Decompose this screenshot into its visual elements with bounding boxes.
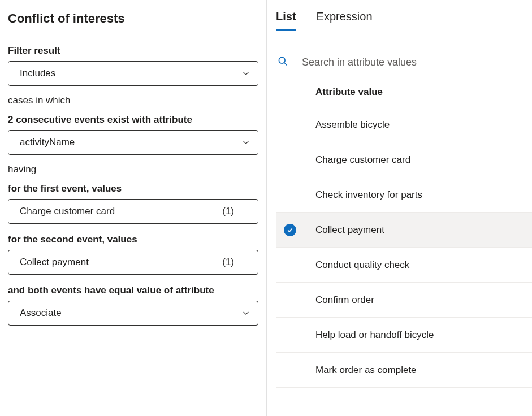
attribute-value-label: Assemble bicycle	[315, 119, 390, 131]
tabs: List Expression	[276, 10, 532, 31]
attribute-value-row[interactable]: Confirm order	[276, 283, 532, 318]
attribute-value-label: Conduct quality check	[315, 259, 409, 271]
second-event-select[interactable]: Collect payment (1)	[8, 250, 258, 275]
attribute-value-row[interactable]: Mark order as complete	[276, 353, 532, 388]
attribute-value-header: Attribute value	[276, 75, 532, 107]
attribute-value-row[interactable]: Collect payment	[276, 213, 532, 248]
chevron-down-icon	[242, 70, 250, 77]
search-row	[276, 52, 520, 75]
chevron-down-icon	[242, 138, 250, 146]
attribute-value-label: Collect payment	[315, 224, 384, 236]
page-title: Conflict of interests	[8, 11, 258, 26]
first-event-label: for the first event, values	[8, 183, 258, 194]
attribute-value-label: Help load or handoff bicycle	[315, 330, 434, 341]
search-icon	[277, 55, 288, 69]
tab-expression[interactable]: Expression	[317, 10, 373, 31]
attribute-value-label: Charge customer card	[315, 154, 410, 166]
cases-label: cases in which	[8, 95, 258, 106]
attribute-value-label: Mark order as complete	[315, 365, 417, 376]
equal-attr-label: and both events have equal value of attr…	[8, 285, 258, 296]
attribute-value-row[interactable]: Conduct quality check	[276, 248, 532, 283]
svg-line-1	[284, 63, 287, 66]
attribute-value-row[interactable]: Help load or handoff bicycle	[276, 318, 532, 353]
equal-attr-value: Associate	[20, 307, 62, 319]
check-icon	[284, 224, 296, 236]
second-event-value: Collect payment	[20, 257, 89, 268]
search-input[interactable]	[301, 56, 518, 69]
consecutive-attr-select[interactable]: activityName	[8, 130, 258, 155]
values-panel: List Expression Attribute value Assemble…	[267, 0, 532, 416]
second-event-label: for the second event, values	[8, 234, 258, 245]
row-check-slot	[284, 224, 315, 236]
tab-list[interactable]: List	[276, 10, 296, 31]
filter-result-value: Includes	[20, 68, 55, 79]
chevron-down-icon	[242, 309, 250, 317]
attribute-value-label: Check inventory for parts	[315, 189, 422, 201]
attribute-value-row[interactable]: Charge customer card	[276, 142, 532, 177]
attribute-value-row[interactable]: Assemble bicycle	[276, 107, 532, 142]
attribute-value-row[interactable]: Check inventory for parts	[276, 177, 532, 213]
svg-point-0	[279, 57, 285, 63]
first-event-value: Charge customer card	[20, 206, 115, 217]
second-event-count: (1)	[222, 257, 234, 268]
first-event-count: (1)	[222, 206, 234, 217]
first-event-select[interactable]: Charge customer card (1)	[8, 199, 258, 224]
filter-result-select[interactable]: Includes	[8, 61, 258, 86]
consecutive-attr-label: 2 consecutive events exist with attribut…	[8, 114, 258, 125]
attribute-value-list: Assemble bicycleCharge customer cardChec…	[276, 107, 532, 388]
filter-result-label: Filter result	[8, 45, 258, 57]
consecutive-attr-value: activityName	[20, 137, 75, 148]
equal-attr-select[interactable]: Associate	[8, 301, 258, 326]
filter-panel: Conflict of interests Filter result Incl…	[0, 0, 267, 416]
having-label: having	[8, 164, 258, 175]
attribute-value-label: Confirm order	[315, 294, 374, 306]
